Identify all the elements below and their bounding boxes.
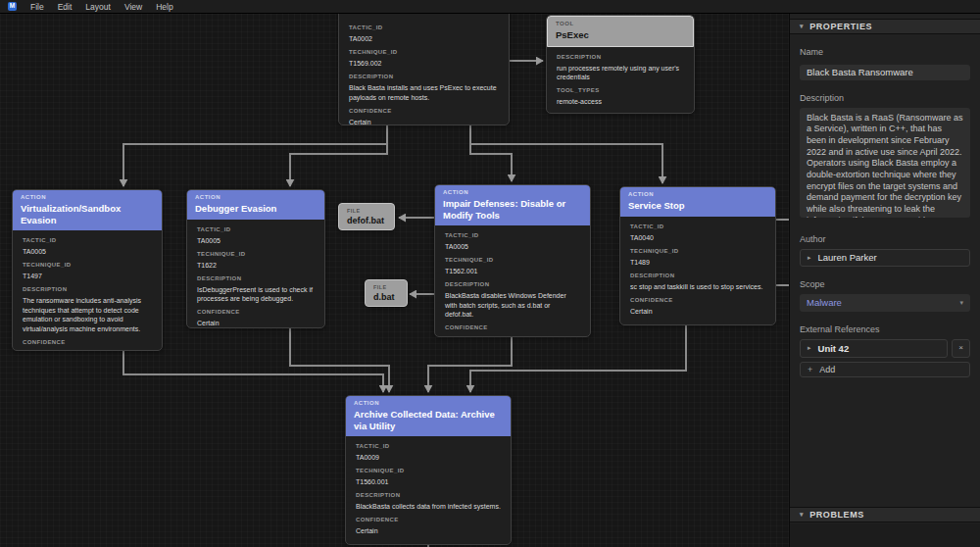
node-field-value: T1497 [23,272,152,281]
node-field: CONFIDENCECertain [23,339,152,352]
menu-help[interactable]: Help [156,2,172,12]
node-type-label: ACTION [354,400,503,407]
description-label: Description [800,93,970,103]
node-field-label: DESCRIPTION [197,275,315,282]
node-field-label: TACTIC_ID [197,226,315,233]
flow-node-psexec-tool[interactable]: TOOLPsExecDESCRIPTIONrun processes remot… [546,15,695,114]
node-field: TACTIC_IDTA0005 [445,232,580,252]
name-input[interactable] [800,65,970,80]
scope-label: Scope [800,279,970,289]
node-body: DESCRIPTIONrun processes remotely using … [547,47,694,113]
node-field: TECHNIQUE_IDT1562.001 [445,257,580,276]
chevron-down-icon: ▾ [959,299,963,307]
node-body: TACTIC_IDTA0005TECHNIQUE_IDT1497DESCRIPT… [13,230,162,351]
chevron-down-icon: ▾ [800,23,804,30]
app-logo-icon[interactable]: M [8,2,17,11]
properties-section-header[interactable]: ▾ PROPERTIES [790,19,980,34]
flow-canvas[interactable]: TACTIC_IDTA0002TECHNIQUE_IDT1569.002DESC… [0,14,789,547]
flow-node-impair-defenses[interactable]: ACTIONImpair Defenses: Disable or Modify… [434,184,591,337]
menu-file[interactable]: File [30,2,44,12]
node-field-label: DESCRIPTION [630,273,765,279]
node-field: TECHNIQUE_IDT1489 [630,248,765,268]
description-textarea[interactable]: Black Basta is a RaaS (Ransomware as a S… [800,108,970,218]
flow-node-virtualization-sandbox-evasion[interactable]: ACTIONVirtualization/Sandbox EvasionTACT… [12,189,163,351]
node-field-label: TACTIC_ID [23,237,152,244]
flow-node-archive-collected-data[interactable]: ACTIONArchive Collected Data: Archive vi… [345,395,512,545]
node-field: DESCRIPTIONrun processes remotely using … [557,54,684,82]
node-field-label: TACTIC_ID [356,443,501,450]
name-label: Name [800,47,970,57]
node-field-value: Certain [630,307,765,317]
add-reference-button[interactable]: + Add [800,362,970,377]
external-reference-row: ▸ Unit 42 × [800,339,970,358]
flow-node-debugger-evasion[interactable]: ACTIONDebugger EvasionTACTIC_IDTA0005TEC… [186,189,325,328]
node-type-label: ACTION [195,194,317,201]
node-header: TOOLPsExec [547,16,694,47]
node-field-label: CONFIDENCE [630,297,765,304]
file-node-name: defof.bat [347,216,386,225]
problems-section-title: PROBLEMS [809,510,864,520]
node-field-value: Black Basta installs and uses PsExec to … [349,83,499,102]
node-field-value: TA0005 [197,236,315,246]
chevron-down-icon: ▾ [800,511,804,519]
node-field: DESCRIPTIONBlackBasta disables Windows D… [445,281,580,320]
file-node-type-label: FILE [347,208,386,214]
menu-view[interactable]: View [124,2,142,12]
node-field-value: remote-access [557,97,684,107]
author-expander[interactable]: ▸ Lauren Parker [800,249,970,267]
flow-node-service-stop[interactable]: ACTIONService StopTACTIC_IDTA0040TECHNIQ… [619,186,776,325]
node-field: DESCRIPTIONBlackBasta collects data from… [356,492,501,512]
node-body: TACTIC_IDTA0002TECHNIQUE_IDT1569.002DESC… [339,14,509,125]
node-field-value: Certain [23,349,152,352]
scope-select[interactable]: Malware ▾ [800,294,970,312]
node-field: TOOL_TYPESremote-access [557,87,684,107]
node-field-value: TA0040 [630,233,765,243]
menu-edit[interactable]: Edit [58,2,73,12]
node-field-label: TECHNIQUE_ID [23,262,152,269]
node-field-value: Certain [445,334,580,337]
node-field-value: BlackBasta disables Windows Defender wit… [445,291,580,320]
node-field: CONFIDENCECertain [630,297,765,317]
node-field-value: T1569.002 [349,59,499,69]
node-field: CONFIDENCECertain [197,309,315,328]
file-node-type-label: FILE [373,284,399,290]
node-field-value: Certain [356,526,501,536]
flow-node-file-defof-bat[interactable]: FILE defof.bat [338,203,395,230]
node-header: ACTIONService Stop [620,187,775,217]
node-field-value: TA0002 [349,34,499,44]
external-references-label: External References [800,324,970,334]
node-title: Debugger Evasion [195,203,317,215]
node-field: TACTIC_IDTA0040 [630,224,765,243]
node-field-label: DESCRIPTION [356,492,501,499]
node-field: TECHNIQUE_IDT1569.002 [349,49,499,69]
problems-body [790,523,980,547]
node-field-value: BlackBasta collects data from infected s… [356,502,501,512]
node-title: Impair Defenses: Disable or Modify Tools [443,198,582,221]
menu-bar: M File Edit Layout View Help [0,0,980,14]
node-field-value: IsDebuggerPresent is used to check if pr… [197,285,315,304]
node-field: TACTIC_IDTA0005 [23,237,152,257]
menu-layout[interactable]: Layout [85,2,111,12]
node-field: TACTIC_IDTA0002 [349,25,499,44]
node-field: DESCRIPTIONBlack Basta installs and uses… [349,74,499,102]
properties-body: Name Description Black Basta is a RaaS (… [790,47,980,377]
node-field-label: TACTIC_ID [349,25,499,31]
node-title: Service Stop [628,200,767,212]
node-header: ACTIONDebugger Evasion [187,190,324,220]
flow-node-file-d-bat[interactable]: FILE d.bat [365,279,408,307]
chevron-right-icon: ▸ [808,254,811,262]
node-field-value: TA0009 [356,453,501,463]
remove-reference-button[interactable]: × [952,339,970,358]
node-field-label: DESCRIPTION [445,281,580,288]
node-field-label: TECHNIQUE_ID [349,49,499,56]
properties-panel: ▾ PROPERTIES Name Description Black Bast… [789,14,980,547]
node-field-value: TA0005 [445,242,580,252]
author-label: Author [800,234,970,244]
node-field: CONFIDENCECertain [349,108,499,126]
node-body: TACTIC_IDTA0005TECHNIQUE_IDT1562.001DESC… [435,225,590,337]
problems-section-header[interactable]: ▾ PROBLEMS [790,507,980,522]
flow-node-execute-psexec-action[interactable]: TACTIC_IDTA0002TECHNIQUE_IDT1569.002DESC… [338,14,510,125]
node-field-label: CONFIDENCE [349,108,499,115]
node-field-label: DESCRIPTION [23,286,152,293]
external-reference-item[interactable]: ▸ Unit 42 [800,339,948,358]
